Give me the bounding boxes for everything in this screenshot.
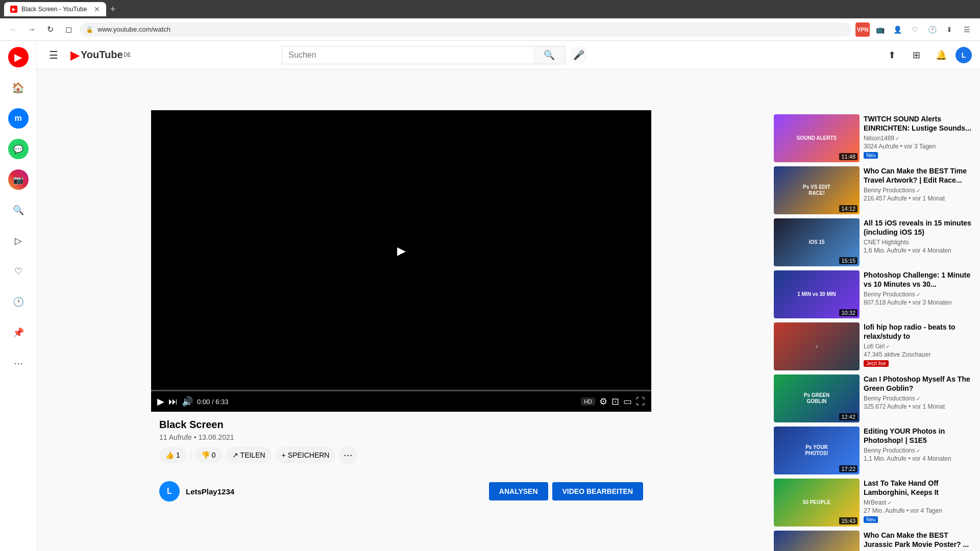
rec-title: Editing YOUR Photos in Photoshop! | S1E5 [864, 427, 972, 445]
rec-info: All 15 iOS reveals in 15 minutes (includ… [864, 218, 972, 266]
rec-title: Can I Photoshop Myself As The Green Gobl… [864, 374, 972, 393]
dislike-button[interactable]: 👎 0 [195, 447, 222, 463]
recommendation-item[interactable]: Ps YOUR PHOTOS! 17:22 Editing YOUR Photo… [774, 427, 972, 474]
rec-channel: Benny Productions ✓ [864, 395, 972, 402]
notifications-button[interactable]: 🔔 [931, 45, 951, 65]
video-actions: 👍 1 👎 0 ↗ TEILEN + SPEICHERN [159, 445, 643, 465]
download-button[interactable]: ⬇ [942, 22, 957, 37]
address-bar[interactable]: 🔒 www.youtube.com/watch [80, 22, 851, 37]
sidebar-home-icon[interactable]: 🏠 [8, 78, 29, 98]
fullscreen-button[interactable]: ⛶ [636, 396, 645, 407]
forward-button[interactable]: → [24, 22, 39, 37]
new-tab-button[interactable]: + [110, 4, 116, 15]
user-avatar[interactable]: L [955, 47, 972, 63]
video-progress-bar[interactable] [151, 390, 651, 391]
recommendation-item[interactable]: Ps VS EDIT RACE! 14:12 Who Can Make the … [774, 166, 972, 214]
rec-stats: 1,1 Mio. Aufrufe • vor 4 Monaten [864, 455, 972, 462]
reload-button[interactable]: ↻ [43, 22, 57, 37]
volume-button[interactable]: 🔊 [182, 396, 193, 407]
channel-avatar[interactable]: L [159, 481, 180, 502]
recommendation-item[interactable]: Ps GREEN GOBLIN 12:42 Can I Photoshop My… [774, 374, 972, 422]
recommendation-item[interactable]: iOS 15 15:15 All 15 iOS reveals in 15 mi… [774, 218, 972, 266]
bookmark-button[interactable]: ♡ [908, 22, 922, 37]
rec-channel: CNET Highlights [864, 239, 972, 246]
save-button[interactable]: + SPEICHERN [276, 447, 336, 463]
sidebar-pin-icon[interactable]: 📌 [8, 322, 29, 343]
sidebar-youtube-icon[interactable]: ▶ [8, 47, 29, 67]
more-actions-button[interactable]: ⋯ [339, 445, 357, 465]
history-nav-button[interactable]: 🕐 [925, 22, 939, 37]
sidebar-messenger-icon[interactable]: m [8, 108, 29, 129]
sidebar-heart-icon[interactable]: ♡ [8, 261, 29, 282]
channel-row: L LetsPlay1234 ANALYSEN VIDEO BEARBEITEN [151, 477, 651, 506]
share-icon: ↗ [232, 451, 238, 459]
like-button[interactable]: 👍 1 [159, 447, 186, 463]
sidebar-search-icon[interactable]: 🔍 [8, 200, 29, 220]
quality-badge[interactable]: HD [581, 397, 595, 406]
youtube-logo[interactable]: ▶ YouTube DE [70, 48, 131, 62]
sidebar-arrow-icon[interactable]: ▷ [8, 231, 29, 251]
rec-duration: 14:12 [839, 205, 857, 212]
miniplayer-button[interactable]: ⊡ [611, 396, 619, 407]
recommendation-item[interactable]: 1 MIN vs 30 MIN 10:32 Photoshop Challeng… [774, 270, 972, 318]
rec-thumbnail: Ps VS [774, 531, 860, 551]
rec-title: All 15 iOS reveals in 15 minutes (includ… [864, 218, 972, 237]
lock-icon: 🔒 [86, 26, 93, 33]
rec-stats: 325.672 Aufrufe • vor 1 Monat [864, 403, 972, 410]
browser-tab[interactable]: ▶ Black Screen - YouTube ✕ [4, 2, 106, 16]
menu-button[interactable]: ☰ [960, 22, 974, 37]
recommendation-item[interactable]: 50 PEOPLE 15:43 Last To Take Hand Off La… [774, 479, 972, 527]
rec-duration: 12:42 [839, 413, 857, 420]
thumb-label: 1 MIN vs 30 MIN [797, 291, 836, 297]
account-nav-button[interactable]: 👤 [890, 22, 904, 37]
video-player-wrapper: ▶ ⏭ 🔊 0:00 / 6:33 HD ⚙ ⊡ ▭ ⛶ Black Scree… [151, 110, 651, 506]
play-pause-button[interactable]: ▶ [157, 396, 164, 407]
thumb-label: ♪ [816, 343, 818, 349]
thumbs-down-icon: 👎 [201, 451, 210, 459]
rec-channel: Nilson1489 ✓ [864, 135, 972, 142]
browser-chrome: ▶ Black Screen - YouTube ✕ + [0, 0, 980, 18]
search-input[interactable] [282, 46, 533, 64]
back-button[interactable]: ← [6, 22, 20, 37]
rec-stats: 807.518 Aufrufe • vor 3 Monaten [864, 299, 972, 306]
verified-icon: ✓ [886, 344, 890, 349]
rec-duration: 10:32 [839, 309, 857, 316]
rec-title: lofi hip hop radio - beats to relax/stud… [864, 322, 972, 341]
cast-button[interactable]: 📺 [873, 22, 887, 37]
verified-icon: ✓ [895, 136, 899, 141]
analyze-button[interactable]: ANALYSEN [489, 482, 548, 500]
sidebar-whatsapp-icon[interactable]: 💬 [8, 139, 29, 159]
sidebar-clock-icon[interactable]: 🕐 [8, 292, 29, 312]
vpn-button[interactable]: VPN [855, 22, 870, 37]
verified-icon: ✓ [916, 448, 920, 454]
rec-info: Who Can Make the BEST Jurassic Park Movi… [864, 531, 972, 551]
sidebar-more-icon[interactable]: ⋯ [8, 353, 29, 373]
sidebar-instagram-icon[interactable]: 📷 [8, 169, 29, 190]
search-button[interactable]: 🔍 [533, 46, 566, 64]
time-display: 0:00 / 6:33 [197, 398, 228, 406]
thumb-label: Ps VS EDIT RACE! [795, 184, 838, 196]
share-button[interactable]: ↗ TEILEN [226, 447, 272, 463]
like-count: 1 [176, 451, 180, 459]
close-tab-button[interactable]: ✕ [94, 5, 100, 13]
recommendation-item[interactable]: Ps VS Who Can Make the BEST Jurassic Par… [774, 531, 972, 551]
home-nav-button[interactable]: ◻ [61, 22, 76, 37]
settings-button[interactable]: ⚙ [599, 396, 607, 407]
play-overlay-button[interactable] [384, 239, 419, 263]
theater-button[interactable]: ▭ [623, 396, 632, 407]
next-button[interactable]: ⏭ [168, 396, 178, 407]
hamburger-menu[interactable]: ☰ [45, 45, 62, 65]
recommendation-item[interactable]: ♪ lofi hip hop radio - beats to relax/st… [774, 322, 972, 370]
rec-channel: MrBeast ✓ [864, 499, 972, 506]
upload-button[interactable]: ⬆ [882, 45, 902, 65]
nav-actions: VPN 📺 👤 ♡ 🕐 ⬇ ☰ [855, 22, 974, 37]
rec-title: TWITCH SOUND Alerts EINRICHTEN: Lustige … [864, 114, 972, 133]
youtube-header: ☰ ▶ YouTube DE 🔍 🎤 ⬆ ⊞ 🔔 L [37, 41, 980, 69]
edit-video-button[interactable]: VIDEO BEARBEITEN [552, 482, 643, 500]
recommendation-item[interactable]: SOUND ALERTS 11:48 TWITCH SOUND Alerts E… [774, 114, 972, 162]
microphone-button[interactable]: 🎤 [570, 46, 588, 64]
rec-info: TWITCH SOUND Alerts EINRICHTEN: Lustige … [864, 114, 972, 162]
video-player[interactable] [151, 110, 651, 391]
apps-button[interactable]: ⊞ [906, 45, 927, 65]
recommendations-sidebar: SOUND ALERTS 11:48 TWITCH SOUND Alerts E… [766, 110, 980, 551]
